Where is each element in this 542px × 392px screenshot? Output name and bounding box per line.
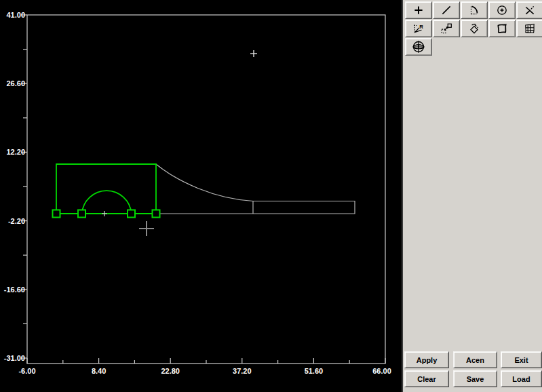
surface-icon bbox=[496, 22, 508, 35]
point-marker[interactable] bbox=[250, 50, 257, 57]
acen-button[interactable]: Acen bbox=[453, 351, 497, 368]
y-axis-labels: 41.00 26.60 12.20 -2.20 -16.60 -31.00 bbox=[4, 11, 25, 362]
x-axis-label: 22.80 bbox=[161, 367, 180, 375]
save-button[interactable]: Save bbox=[453, 370, 497, 387]
point-icon bbox=[412, 4, 425, 16]
globe-tool-button[interactable] bbox=[405, 38, 432, 56]
circle-icon bbox=[496, 4, 508, 16]
surface-tool-button[interactable] bbox=[488, 20, 516, 37]
plot-frame bbox=[27, 15, 385, 364]
selection-handle[interactable] bbox=[78, 210, 85, 218]
application-window: 41.00 26.60 12.20 -2.20 -16.60 -31.00 -6… bbox=[0, 0, 542, 392]
arc-tool-button[interactable] bbox=[461, 1, 488, 19]
crosshair-cursor bbox=[139, 221, 154, 236]
rotate-icon bbox=[468, 22, 480, 35]
line-icon bbox=[440, 4, 452, 16]
clear-button[interactable]: Clear bbox=[404, 370, 449, 387]
selected-rectangle-outline[interactable] bbox=[56, 164, 156, 214]
graphics-viewport[interactable]: 41.00 26.60 12.20 -2.20 -16.60 -31.00 -6… bbox=[0, 0, 402, 392]
fillet-radius-icon: R bbox=[412, 22, 425, 35]
x-axis-labels: -6.00 8.40 22.80 37.20 51.60 66.00 bbox=[18, 367, 391, 375]
y-axis-ticks bbox=[21, 15, 27, 358]
intersect-tool-button[interactable] bbox=[516, 1, 542, 19]
x-axis-label: 8.40 bbox=[92, 367, 106, 375]
copy-icon bbox=[440, 22, 452, 35]
selection-handle[interactable] bbox=[128, 210, 135, 218]
mesh-tool-button[interactable] bbox=[516, 20, 542, 37]
intersect-icon bbox=[524, 4, 536, 16]
x-axis-label: 51.60 bbox=[305, 367, 324, 375]
selection-handle[interactable] bbox=[153, 210, 160, 218]
y-axis-label: 41.00 bbox=[6, 11, 25, 19]
load-button[interactable]: Load bbox=[501, 370, 542, 387]
y-axis-label: 26.60 bbox=[6, 79, 25, 87]
x-axis-label: 37.20 bbox=[233, 367, 252, 375]
point-tool-button[interactable] bbox=[405, 1, 432, 19]
y-axis-label: -2.20 bbox=[8, 217, 25, 225]
x-axis-label: -6.00 bbox=[18, 367, 35, 375]
globe-icon bbox=[412, 40, 425, 54]
apply-button[interactable]: Apply bbox=[404, 351, 449, 368]
copy-tool-button[interactable] bbox=[433, 20, 460, 37]
mesh-icon bbox=[524, 22, 536, 35]
fillet-radius-tool-button[interactable]: R bbox=[405, 20, 432, 37]
control-panel: R bbox=[402, 0, 542, 392]
circle-tool-button[interactable] bbox=[488, 1, 516, 19]
selection-handle[interactable] bbox=[53, 210, 60, 218]
profile-outline[interactable] bbox=[156, 164, 355, 214]
y-axis-label: -16.60 bbox=[4, 286, 25, 294]
rotate-tool-button[interactable] bbox=[461, 20, 488, 37]
line-tool-button[interactable] bbox=[433, 1, 460, 19]
selected-arch-outline[interactable] bbox=[82, 191, 132, 214]
svg-text:R: R bbox=[419, 24, 423, 30]
exit-button[interactable]: Exit bbox=[501, 351, 542, 368]
y-axis-label: 12.20 bbox=[6, 148, 25, 156]
arc-center-marker[interactable] bbox=[102, 211, 107, 216]
arc-icon bbox=[468, 4, 480, 16]
x-axis-label: 66.00 bbox=[372, 367, 391, 375]
y-axis-label: -31.00 bbox=[4, 354, 25, 362]
x-axis-ticks bbox=[27, 358, 385, 364]
